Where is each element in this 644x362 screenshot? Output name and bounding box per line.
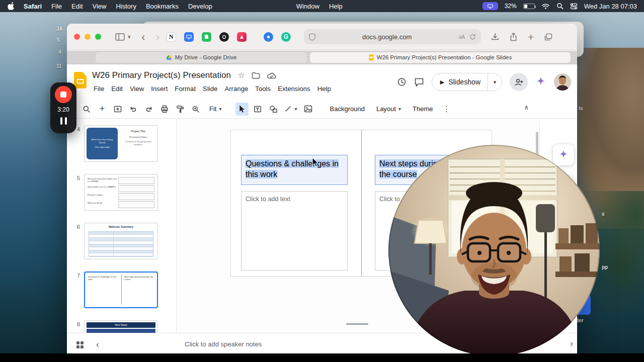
slideshow-button[interactable]: ▶ Slideshow — [432, 73, 488, 90]
insert-image-tool[interactable] — [302, 103, 315, 116]
left-body-textbox[interactable]: Click to add text — [241, 191, 348, 270]
layout-button[interactable]: Layout ▾ — [372, 105, 406, 113]
minimize-window-button[interactable] — [85, 34, 91, 40]
share-icon[interactable] — [510, 33, 517, 41]
slideshow-label: Slideshow — [448, 78, 480, 86]
background-button[interactable]: Background — [326, 105, 369, 113]
display-extension-icon[interactable] — [184, 32, 194, 42]
menu-insert[interactable]: Insert — [147, 84, 171, 94]
new-slide-layout-icon[interactable] — [111, 103, 124, 116]
print-icon[interactable] — [158, 103, 171, 116]
menubar-file[interactable]: File — [51, 3, 62, 10]
collapse-menus-icon[interactable]: ∧ — [524, 104, 529, 111]
menu-tools[interactable]: Tools — [252, 84, 274, 94]
menu-view[interactable]: View — [126, 84, 147, 94]
menu-edit[interactable]: Edit — [108, 84, 126, 94]
menubar-clock[interactable]: Wed Jan 28 07:03 — [584, 3, 637, 10]
menu-help[interactable]: Help — [314, 84, 335, 94]
text-box-tool[interactable] — [251, 103, 264, 116]
slideshow-dropdown-button[interactable]: ▾ — [488, 73, 502, 90]
notes-resize-handle[interactable] — [346, 323, 368, 325]
select-tool[interactable] — [235, 103, 249, 116]
tab-google-slides[interactable]: W26 Primary Project(s) Presentation - Go… — [310, 52, 571, 63]
url-text[interactable]: docs.google.com — [315, 33, 459, 41]
menubar-bookmarks[interactable]: Bookmarks — [146, 3, 179, 10]
comments-icon[interactable] — [414, 77, 424, 87]
previous-chevron-icon[interactable]: ‹ — [96, 339, 99, 350]
forward-button[interactable]: › — [156, 32, 159, 42]
menubar-app-name[interactable]: Safari — [24, 3, 42, 10]
sidebar-toggle-icon[interactable] — [115, 33, 125, 41]
play-icon: ▶ — [440, 79, 444, 85]
menu-arrange[interactable]: Arrange — [221, 84, 252, 94]
address-bar[interactable]: docs.google.com aA — [304, 29, 481, 44]
star-icon[interactable]: ☆ — [238, 71, 245, 80]
theme-button[interactable]: Theme — [408, 105, 437, 113]
slide-center-divider-line[interactable] — [361, 130, 362, 277]
spotlight-search-icon[interactable] — [556, 3, 564, 10]
menubar-window[interactable]: Window — [296, 3, 319, 10]
toolbar-overflow-icon[interactable]: ⋮ — [440, 103, 453, 116]
apple-menu-icon[interactable] — [7, 2, 14, 10]
reload-icon[interactable] — [469, 34, 476, 40]
menu-extensions[interactable]: Extensions — [274, 84, 314, 94]
thumb5-row-label: What we will do — [88, 201, 117, 208]
tab-overview-icon[interactable] — [544, 33, 552, 41]
document-title[interactable]: W26 Primary Project(s) Presentation — [92, 70, 231, 80]
back-button[interactable]: ‹ — [142, 32, 145, 42]
close-window-button[interactable] — [74, 34, 80, 40]
stop-recording-button[interactable] — [55, 86, 72, 103]
menubar-view[interactable]: View — [93, 3, 107, 10]
menu-file[interactable]: File — [90, 84, 108, 94]
slide-thumbnail-7-selected[interactable]: Questions & challenges in this work Next… — [84, 272, 158, 308]
new-tab-button[interactable]: + — [528, 32, 534, 42]
account-avatar[interactable] — [554, 73, 571, 90]
tab-my-drive[interactable]: My Drive - Google Drive — [96, 52, 307, 63]
menubar-develop[interactable]: Develop — [188, 3, 212, 10]
menubar-help[interactable]: Help — [329, 3, 343, 10]
menubar-edit[interactable]: Edit — [71, 3, 83, 10]
slide-thumbnail-6[interactable]: Methods Summary — [84, 223, 158, 259]
paint-format-icon[interactable] — [174, 103, 187, 116]
version-history-icon[interactable] — [396, 77, 407, 87]
red-extension-icon[interactable] — [237, 32, 247, 42]
new-slide-plus-icon[interactable]: + — [96, 103, 109, 116]
control-center-icon[interactable] — [570, 3, 578, 10]
downloads-icon[interactable] — [491, 33, 499, 41]
evernote-extension-icon[interactable] — [202, 32, 211, 42]
blue-circle-extension-icon[interactable] — [264, 32, 273, 42]
translate-icon[interactable]: aA — [459, 34, 465, 40]
shape-tool[interactable] — [267, 103, 280, 116]
share-document-button[interactable] — [510, 73, 528, 91]
cloud-saved-icon[interactable] — [267, 72, 276, 79]
line-tool[interactable]: ▾ — [282, 105, 299, 113]
sidebar-chevron-icon[interactable]: ▾ — [128, 34, 131, 40]
grammarly-extension-icon[interactable]: G — [281, 32, 291, 42]
privacy-shield-icon[interactable] — [309, 33, 315, 41]
search-menus-icon[interactable] — [80, 103, 93, 116]
slide-thumbnail-8[interactable]: Next Steps — [84, 320, 158, 333]
dark-extension-icon[interactable] — [219, 32, 229, 42]
left-title-textbox[interactable]: Questions & challenges in this work — [241, 155, 348, 185]
desktop-fragment: ts — [579, 106, 583, 111]
menu-slide[interactable]: Slide — [199, 84, 221, 94]
menu-format[interactable]: Format — [171, 84, 199, 94]
google-slides-app-icon[interactable] — [74, 72, 87, 89]
zoom-window-button[interactable] — [95, 34, 101, 40]
screen-recording-indicator[interactable] — [482, 2, 498, 10]
undo-icon[interactable] — [127, 103, 140, 116]
menubar-history[interactable]: History — [116, 3, 136, 10]
slide-filmstrip[interactable]: 4 [Write here Your Group Name] [Your Spe… — [67, 119, 176, 333]
notion-extension-icon[interactable]: N — [167, 32, 176, 42]
zoom-icon[interactable] — [189, 103, 202, 116]
slide-thumbnail-5[interactable]: Research Question (make sure it is FINER… — [84, 174, 158, 211]
zoom-select[interactable]: Fit ▾ — [205, 105, 226, 113]
pause-recording-button[interactable] — [60, 117, 67, 125]
move-folder-icon[interactable] — [252, 72, 260, 79]
redo-icon[interactable] — [142, 103, 155, 116]
gemini-sparkle-icon[interactable] — [535, 76, 546, 87]
wifi-icon[interactable] — [541, 3, 550, 10]
grid-view-icon[interactable] — [76, 341, 84, 349]
slide-thumbnail-4[interactable]: [Write here Your Group Name] [Your Speci… — [84, 125, 158, 162]
speaker-notes-placeholder[interactable]: Click to add speaker notes — [185, 340, 262, 348]
